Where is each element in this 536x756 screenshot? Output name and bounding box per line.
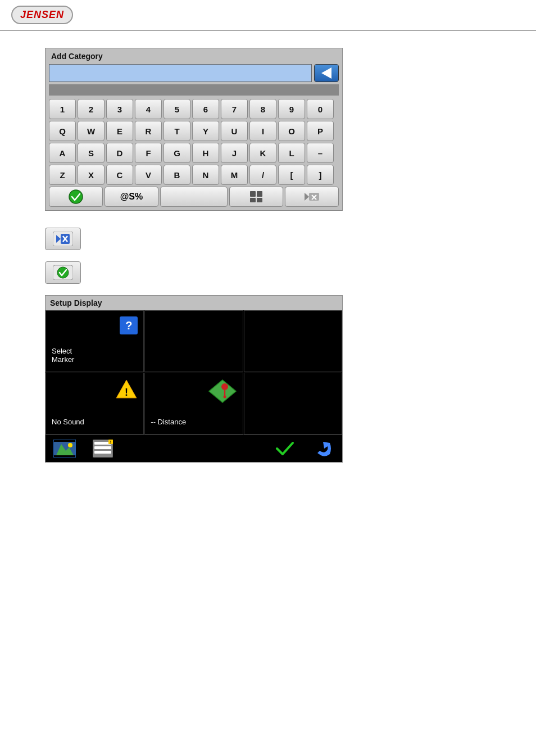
list-icon: !	[93, 440, 113, 458]
key-t[interactable]: T	[163, 121, 190, 141]
key-p[interactable]: P	[307, 121, 334, 141]
jensen-logo: JENSEN	[11, 6, 73, 24]
key-s[interactable]: S	[78, 143, 105, 163]
setup-cell-empty-1[interactable]	[144, 310, 243, 372]
no-sound-cell[interactable]: ! No Sound	[46, 373, 144, 434]
svg-text:!: !	[125, 387, 128, 398]
map-bottom-button[interactable]	[51, 438, 78, 459]
key-7[interactable]: 7	[221, 99, 248, 119]
keyboard-confirm-button[interactable]	[49, 187, 103, 207]
layout-icon	[248, 189, 264, 205]
map-icon	[53, 440, 76, 458]
backspace-section	[45, 228, 491, 250]
key-r[interactable]: R	[135, 121, 162, 141]
svg-point-0	[69, 190, 83, 203]
svg-text:!: !	[110, 440, 111, 444]
keyboard-title: Add Category	[49, 52, 339, 61]
key-j[interactable]: J	[221, 143, 248, 163]
key-v[interactable]: V	[135, 165, 162, 185]
setup-title: Setup Display	[46, 296, 342, 310]
key-n[interactable]: N	[192, 165, 219, 185]
key-z[interactable]: Z	[49, 165, 76, 185]
svg-point-21	[223, 396, 226, 399]
key-k[interactable]: K	[249, 143, 276, 163]
select-marker-label: SelectMarker	[52, 347, 74, 364]
key-9[interactable]: 9	[278, 99, 305, 119]
key-8[interactable]: 8	[249, 99, 276, 119]
key-dash[interactable]: –	[307, 143, 334, 163]
keyboard-secondary-row	[49, 84, 339, 96]
setup-cell-empty-2[interactable]	[244, 310, 342, 372]
qwerty-row: Q W E R T Y U I O P	[49, 121, 339, 141]
key-q[interactable]: Q	[49, 121, 76, 141]
backspace-standalone-icon	[53, 232, 73, 246]
key-2[interactable]: 2	[78, 99, 105, 119]
key-0[interactable]: 0	[307, 99, 334, 119]
keyboard-input-row	[49, 64, 339, 82]
keyboard-space-button[interactable]	[160, 187, 228, 207]
key-g[interactable]: G	[163, 143, 190, 163]
key-slash[interactable]: /	[249, 165, 276, 185]
add-category-keyboard: Add Category 1 2 3 4 5 6 7 8 9 0	[45, 48, 343, 211]
svg-point-19	[221, 383, 228, 390]
keyboard-layout-button[interactable]	[229, 187, 283, 207]
key-b[interactable]: B	[163, 165, 190, 185]
key-e[interactable]: E	[106, 121, 133, 141]
map-pin-icon	[208, 379, 237, 405]
setup-bottom-bar: !	[46, 434, 342, 462]
key-h[interactable]: H	[192, 143, 219, 163]
back-arrow-icon	[314, 440, 332, 458]
key-l[interactable]: L	[278, 143, 305, 163]
backspace-top-button[interactable]	[314, 64, 339, 82]
key-a[interactable]: A	[49, 143, 76, 163]
setup-cell-empty-3[interactable]	[244, 373, 342, 434]
zxcv-row: Z X C V B N M / [ ]	[49, 165, 339, 185]
keyboard-symbol-button[interactable]: @S%	[105, 187, 158, 207]
keyboard-backspace-button[interactable]	[285, 187, 339, 207]
confirm-standalone-icon	[53, 265, 73, 280]
header: JENSEN	[0, 0, 536, 31]
select-marker-cell[interactable]: ? SelectMarker	[46, 310, 144, 372]
no-sound-label: No Sound	[52, 418, 84, 426]
logo-text: JENSEN	[20, 9, 64, 20]
svg-marker-5	[305, 193, 309, 201]
confirm-check-icon	[68, 189, 84, 205]
key-u[interactable]: U	[221, 121, 248, 141]
key-d[interactable]: D	[106, 143, 133, 163]
warning-icon: !	[115, 379, 138, 401]
list-bottom-button[interactable]: !	[89, 438, 116, 459]
confirm-section	[45, 261, 491, 284]
key-1[interactable]: 1	[49, 99, 76, 119]
backspace-arrow-icon	[321, 67, 331, 79]
key-6[interactable]: 6	[192, 99, 219, 119]
backspace-standalone-button[interactable]	[45, 228, 81, 250]
svg-rect-1	[250, 191, 256, 197]
key-y[interactable]: Y	[192, 121, 219, 141]
key-5[interactable]: 5	[163, 99, 190, 119]
key-3[interactable]: 3	[106, 99, 133, 119]
svg-rect-28	[94, 446, 111, 449]
key-w[interactable]: W	[78, 121, 105, 141]
setup-display: Setup Display ? SelectMarker ! No S	[45, 295, 343, 463]
key-m[interactable]: M	[221, 165, 248, 185]
keyboard-bottom-row: @S%	[49, 187, 339, 207]
key-i[interactable]: I	[249, 121, 276, 141]
key-bracket-close[interactable]: ]	[307, 165, 334, 185]
key-c[interactable]: C	[106, 165, 133, 185]
asdf-row: A S D F G H J K L –	[49, 143, 339, 163]
key-o[interactable]: O	[278, 121, 305, 141]
question-icon: ?	[120, 316, 138, 334]
key-bracket-open[interactable]: [	[278, 165, 305, 185]
key-f[interactable]: F	[135, 143, 162, 163]
distance-label: -- Distance	[151, 418, 186, 426]
keys-grid: 1 2 3 4 5 6 7 8 9 0 Q W E R T Y U I O	[49, 99, 339, 185]
distance-cell[interactable]: -- Distance	[144, 373, 243, 434]
confirm-standalone-button[interactable]	[45, 261, 81, 284]
number-row: 1 2 3 4 5 6 7 8 9 0	[49, 99, 339, 119]
check-bottom-button[interactable]	[271, 438, 298, 459]
keyboard-backspace-icon	[305, 191, 319, 202]
category-input[interactable]	[49, 64, 312, 82]
key-4[interactable]: 4	[135, 99, 162, 119]
key-x[interactable]: X	[78, 165, 105, 185]
back-bottom-button[interactable]	[310, 438, 337, 459]
